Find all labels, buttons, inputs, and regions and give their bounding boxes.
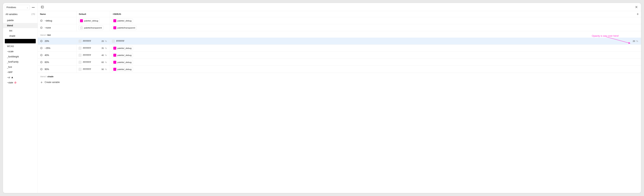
hex-value[interactable]: FFFFFF xyxy=(78,47,91,50)
sidebar-group-label: ~WIP xyxy=(7,71,12,74)
variable-row[interactable]: 20% FFFFFF 20 % FFFFFF 20 % xyxy=(38,38,641,45)
cell-name: ~debug xyxy=(38,17,77,24)
color-swatch xyxy=(113,47,116,50)
hex-value[interactable]: FFFFFF xyxy=(78,68,91,71)
opacity-value[interactable]: 20 % xyxy=(102,40,108,42)
svg-point-33 xyxy=(41,69,41,69)
alias-pill[interactable]: palette/_debug xyxy=(78,18,100,23)
warning-icon xyxy=(11,76,13,78)
sidebar-group-item[interactable]: WCAG xyxy=(3,44,38,49)
alias-pill[interactable]: palette/_debug xyxy=(112,60,133,64)
all-variables-label: All variables xyxy=(6,13,18,16)
variable-row[interactable]: 90% FFFFFF 90 % palette/_debug xyxy=(38,66,641,73)
sidebar-group-item[interactable] xyxy=(5,39,36,43)
sidebar-group-item[interactable]: ~scale xyxy=(3,49,38,54)
sidebar: Primitives ⌄ ••• All variables 270 palet… xyxy=(3,3,38,193)
hex-value[interactable]: FFFFFF xyxy=(78,61,91,64)
cell-debug: FFFFFF 20 % xyxy=(110,38,641,44)
alias-pill[interactable]: palette/_debug xyxy=(112,46,133,50)
svg-point-9 xyxy=(41,20,41,20)
section-path-prefix: blend / xyxy=(40,76,48,78)
close-button[interactable] xyxy=(634,5,639,10)
chevron-down-icon: ⌄ xyxy=(27,6,28,8)
cell-default: FFFFFF 90 % xyxy=(77,66,110,72)
cell-debug: palette/_debug xyxy=(110,66,641,72)
svg-point-26 xyxy=(42,55,42,55)
svg-point-15 xyxy=(41,28,41,28)
svg-point-11 xyxy=(41,21,41,21)
sidebar-group-item[interactable]: _font xyxy=(3,64,38,70)
sidebar-group-item[interactable]: blend xyxy=(3,23,38,28)
opacity-value[interactable]: 20 % xyxy=(633,40,639,42)
column-header-name[interactable]: Name xyxy=(38,11,77,17)
section-header-shade: blend / shade xyxy=(38,73,641,79)
variable-row[interactable]: 60% FFFFFF 60 % palette/_debug xyxy=(38,59,641,66)
panel-toggle-icon[interactable] xyxy=(40,5,45,10)
hex-value[interactable]: FFFFFF xyxy=(78,54,91,57)
collection-select[interactable]: Primitives ⌄ xyxy=(5,5,30,10)
alias-pill[interactable]: palette/_debug xyxy=(112,18,133,23)
cell-default: FFFFFF 40 % xyxy=(77,52,110,58)
create-variable-button[interactable]: Create variable xyxy=(38,79,641,86)
color-variable-icon xyxy=(40,47,43,50)
percent-symbol: % xyxy=(105,61,107,63)
alias-pill[interactable]: palette/transparent xyxy=(78,26,103,30)
add-mode-button[interactable] xyxy=(634,11,641,17)
opacity-value[interactable]: 40 % xyxy=(102,54,108,56)
sidebar-group-label: tint xyxy=(9,30,12,32)
cell-default: FFFFFF 20 % xyxy=(77,38,110,44)
sidebar-group-item[interactable]: tint xyxy=(3,28,38,33)
sidebar-group-item[interactable]: ~ui xyxy=(3,75,38,80)
sidebar-group-label: _fontWeight xyxy=(7,56,19,58)
opacity-value[interactable]: 60 % xyxy=(102,61,108,63)
svg-point-28 xyxy=(40,61,42,63)
sidebar-group-item[interactable]: shade xyxy=(3,33,38,38)
color-swatch xyxy=(80,19,83,22)
opacity-value[interactable]: 35 % xyxy=(102,47,108,49)
sidebar-group-item[interactable]: _fontWeight xyxy=(3,54,38,59)
opacity-value[interactable]: 90 % xyxy=(102,68,108,70)
sidebar-group-label: WCAG xyxy=(7,45,14,48)
color-variable-icon xyxy=(40,19,43,22)
section-header-tint: blend / tint xyxy=(38,31,641,38)
alias-pill[interactable]: palette/_debug xyxy=(112,67,133,72)
sidebar-group-label: _fontFamily xyxy=(7,60,18,63)
variable-row[interactable]: ~35% FFFFFF 35 % palette/_debug xyxy=(38,45,641,52)
alias-pill[interactable]: palette/_debug xyxy=(112,53,133,58)
color-swatch xyxy=(78,61,82,64)
hex-code: FFFFFF xyxy=(83,61,91,64)
sidebar-group-item[interactable]: _fontFamily xyxy=(3,59,38,64)
svg-point-21 xyxy=(41,48,41,48)
hex-value[interactable]: FFFFFF xyxy=(112,40,124,42)
variable-row[interactable]: ~debug palette/_debug palette/_debug xyxy=(38,17,641,24)
sidebar-group-item[interactable]: palette xyxy=(3,18,38,23)
alias-label: palette/_debug xyxy=(118,54,132,56)
percent-symbol: % xyxy=(105,68,107,70)
sidebar-group-item[interactable]: ~state xyxy=(3,80,38,85)
opacity-number: 20 xyxy=(102,40,104,42)
opacity-number: 35 xyxy=(102,47,104,49)
variable-name: 60% xyxy=(44,61,49,64)
hex-code: FFFFFF xyxy=(116,40,124,42)
create-variable-label: Create variable xyxy=(44,81,60,84)
column-header-default[interactable]: Default xyxy=(77,11,110,17)
variable-row[interactable]: ~none palette/transparent palette/transp… xyxy=(38,24,641,31)
more-button[interactable]: ••• xyxy=(31,5,36,10)
variable-row[interactable]: 40% FFFFFF 40 % palette/_debug xyxy=(38,52,641,59)
hex-value[interactable]: FFFFFF xyxy=(78,40,91,42)
color-swatch xyxy=(80,26,83,29)
alias-label: palette/_debug xyxy=(118,20,132,22)
topbar xyxy=(38,3,641,11)
column-header-debug[interactable]: ~DEBUG xyxy=(110,11,634,17)
percent-symbol: % xyxy=(636,40,638,42)
alias-pill[interactable]: palette/transparent xyxy=(112,26,137,30)
color-swatch xyxy=(113,19,116,22)
svg-point-13 xyxy=(41,27,41,28)
color-swatch xyxy=(113,26,116,29)
section-path-name: tint xyxy=(48,34,51,36)
all-variables-row[interactable]: All variables 270 xyxy=(3,12,38,17)
cell-default: FFFFFF 35 % xyxy=(77,45,110,52)
cell-debug: palette/_debug xyxy=(110,45,641,52)
sidebar-group-item[interactable]: ~WIP xyxy=(3,70,38,75)
sidebar-group-label: ~ui xyxy=(7,76,10,79)
